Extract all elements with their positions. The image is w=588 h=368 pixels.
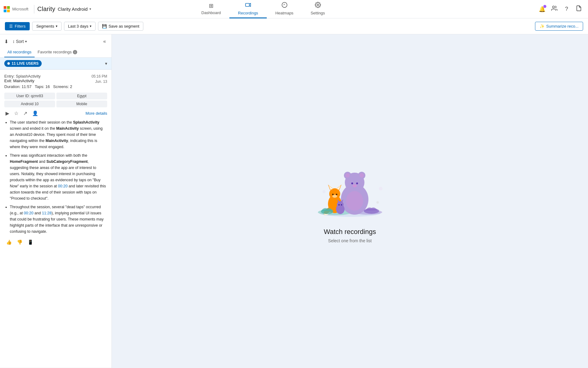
live-users-bar[interactable]: 11 LIVE USERS ▾ bbox=[0, 58, 111, 70]
document-button[interactable] bbox=[573, 4, 584, 15]
filters-label: Filters bbox=[15, 24, 25, 29]
microsoft-logo[interactable]: Microsoft bbox=[4, 6, 28, 12]
svg-point-10 bbox=[345, 173, 350, 178]
nav-divider bbox=[34, 5, 34, 13]
toolbar: ☰ Filters Segments ▾ Last 3 days ▾ 💾 Sav… bbox=[0, 18, 588, 34]
tab-all-recordings[interactable]: All recordings bbox=[4, 47, 35, 57]
tab-heatmaps[interactable]: Heatmaps bbox=[267, 0, 302, 18]
user-id-tag: User ID: qzmr83 bbox=[4, 93, 55, 99]
svg-point-35 bbox=[379, 187, 383, 190]
nav-tabs: ⊞ Dashboard Recordings Heatmaps Settings bbox=[193, 0, 334, 18]
thumbs-down-button[interactable]: 👎 bbox=[16, 239, 24, 246]
svg-point-29 bbox=[338, 204, 340, 205]
nav-right-icons: 🔔 ? bbox=[537, 4, 584, 15]
info-icon: i bbox=[73, 50, 77, 54]
users-button[interactable] bbox=[549, 4, 560, 15]
user-id-value: qzmr83 bbox=[31, 94, 43, 98]
country-value: Egypt bbox=[77, 94, 87, 98]
more-details-link[interactable]: More details bbox=[85, 111, 107, 116]
sidebar-header: ⬇ ↕ Sort ▾ « bbox=[0, 34, 111, 45]
ms-grid-icon bbox=[4, 6, 10, 12]
save-icon: 💾 bbox=[102, 24, 107, 29]
recording-time: 05:16 PM Jun. 13 bbox=[92, 74, 107, 84]
filter-icon: ☰ bbox=[9, 24, 13, 29]
star-button[interactable]: ☆ bbox=[13, 110, 20, 117]
tab-recordings-label: Recordings bbox=[238, 11, 258, 15]
recording-timestamp: 05:16 PM bbox=[92, 74, 107, 79]
live-chevron-icon: ▾ bbox=[105, 61, 107, 66]
filters-button[interactable]: ☰ Filters bbox=[5, 22, 30, 30]
recording-entry: Entry: SplashActivity Exit: MainActivity… bbox=[4, 74, 72, 91]
settings-icon bbox=[315, 2, 321, 10]
tab-settings[interactable]: Settings bbox=[302, 0, 334, 18]
recording-date: Jun. 13 bbox=[92, 79, 107, 84]
tab-recordings[interactable]: Recordings bbox=[229, 0, 267, 18]
question-icon: ? bbox=[565, 6, 568, 12]
svg-rect-0 bbox=[246, 3, 250, 6]
tab-favorite-recordings-label: Favorite recordings bbox=[38, 50, 72, 54]
sort-label: Sort bbox=[16, 39, 24, 44]
svg-point-24 bbox=[332, 195, 337, 198]
svg-point-12 bbox=[351, 182, 353, 184]
watch-recordings-subtitle: Select one from the list bbox=[328, 238, 371, 243]
tab-settings-label: Settings bbox=[311, 11, 325, 15]
sort-chevron-icon: ▾ bbox=[25, 40, 27, 44]
project-selector[interactable]: Clarity Android ▾ bbox=[58, 6, 92, 12]
notifications-button[interactable]: 🔔 bbox=[537, 4, 548, 15]
play-button[interactable]: ▶ bbox=[4, 110, 10, 117]
save-segment-button[interactable]: 💾 Save as segment bbox=[98, 22, 143, 31]
ai-summary: The user started their session on the Sp… bbox=[4, 119, 107, 235]
summary-item-1: The user started their session on the Sp… bbox=[10, 119, 107, 150]
tab-favorite-recordings[interactable]: Favorite recordings i bbox=[35, 47, 80, 57]
live-users-label: 11 LIVE USERS bbox=[12, 61, 39, 66]
sort-icon: ↕ bbox=[13, 39, 15, 44]
segments-button[interactable]: Segments ▾ bbox=[32, 22, 62, 31]
svg-point-26 bbox=[337, 201, 344, 208]
summary-item-2: There was significant interaction with b… bbox=[10, 152, 107, 201]
svg-point-34 bbox=[322, 190, 326, 193]
content-area: Watch recordings Select one from the lis… bbox=[112, 34, 588, 368]
sidebar: ⬇ ↕ Sort ▾ « All recordings Favorite rec… bbox=[0, 34, 112, 368]
svg-point-1 bbox=[317, 4, 318, 6]
recording-actions: ▶ ☆ ↗ 👤 More details bbox=[4, 110, 107, 117]
help-button[interactable]: ? bbox=[561, 4, 572, 15]
mobile-button[interactable]: 📱 bbox=[26, 239, 35, 246]
segments-label: Segments bbox=[36, 24, 54, 29]
watch-illustration bbox=[307, 159, 393, 222]
entry-label: Entry: bbox=[4, 74, 15, 79]
svg-point-14 bbox=[352, 184, 357, 187]
date-range-label: Last 3 days bbox=[68, 24, 89, 29]
main-layout: ⬇ ↕ Sort ▾ « All recordings Favorite rec… bbox=[0, 34, 588, 368]
thumbs-up-button[interactable]: 👍 bbox=[5, 239, 13, 246]
ai-icon: ✨ bbox=[540, 24, 545, 29]
collapse-sidebar-button[interactable]: « bbox=[102, 37, 107, 45]
svg-point-36 bbox=[376, 201, 379, 204]
project-chevron-icon: ▾ bbox=[89, 7, 91, 11]
tab-all-recordings-label: All recordings bbox=[7, 50, 32, 54]
segments-chevron-icon: ▾ bbox=[56, 24, 58, 28]
svg-point-22 bbox=[332, 194, 334, 195]
top-navigation: Microsoft Clarity Clarity Android ▾ ⊞ Da… bbox=[0, 0, 588, 18]
screens-value: 2 bbox=[70, 84, 72, 89]
device-tag: Mobile bbox=[56, 101, 107, 107]
svg-point-13 bbox=[356, 182, 358, 184]
exit-value: MainActivity bbox=[13, 79, 34, 83]
summarize-label: Summarize reco... bbox=[546, 24, 579, 29]
download-icon[interactable]: ⬇ bbox=[4, 39, 8, 44]
tab-heatmaps-label: Heatmaps bbox=[275, 11, 293, 15]
sort-button[interactable]: ↕ Sort ▾ bbox=[11, 38, 29, 45]
user-button[interactable]: 👤 bbox=[31, 110, 40, 117]
date-range-button[interactable]: Last 3 days ▾ bbox=[64, 22, 96, 31]
brand-name: Clarity bbox=[37, 6, 55, 13]
screens-label: Screens: bbox=[53, 84, 69, 89]
tab-dashboard-label: Dashboard bbox=[202, 10, 221, 15]
project-name: Clarity Android bbox=[58, 6, 88, 12]
summarize-button[interactable]: ✨ Summarize reco... bbox=[535, 22, 583, 31]
share-button[interactable]: ↗ bbox=[22, 110, 28, 117]
notification-badge bbox=[543, 5, 546, 8]
recording-header: Entry: SplashActivity Exit: MainActivity… bbox=[4, 74, 107, 91]
tab-dashboard[interactable]: ⊞ Dashboard bbox=[193, 0, 230, 18]
users-icon bbox=[551, 5, 557, 13]
recording-feedback-icons: 👍 👎 📱 bbox=[4, 237, 107, 246]
recording-card[interactable]: Entry: SplashActivity Exit: MainActivity… bbox=[0, 70, 111, 368]
